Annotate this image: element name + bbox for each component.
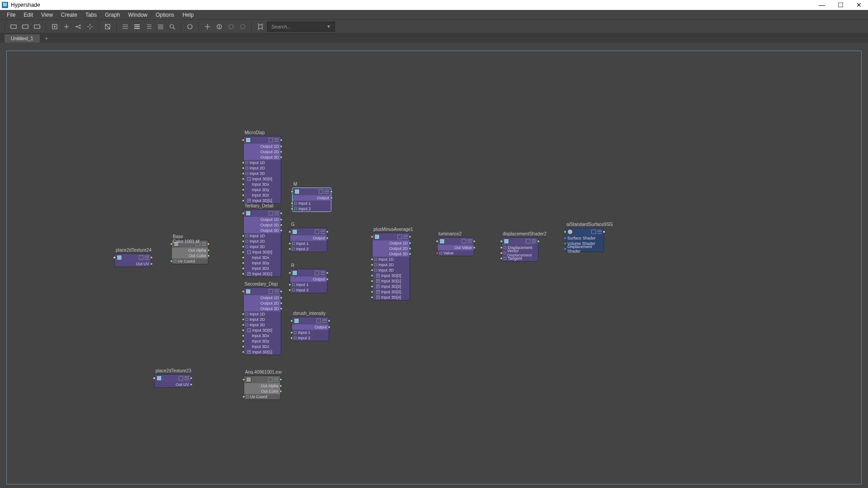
menu-view[interactable]: View — [37, 12, 57, 18]
port-output: Output — [317, 196, 329, 200]
port-tangent: Tangent — [508, 256, 522, 261]
node-m-multiply[interactable]: M Output Input 1 Input 2 — [292, 188, 331, 212]
file-swatch-icon — [246, 377, 251, 382]
port-out-color: Out Color — [189, 253, 206, 258]
tool-io-connections-icon[interactable] — [20, 22, 30, 32]
tool-output-connections-icon[interactable] — [32, 22, 42, 32]
tool-expand-icon[interactable] — [85, 22, 95, 32]
node-type-icon — [292, 229, 297, 235]
tab-untitled[interactable]: Untitled_1 — [5, 34, 40, 42]
tool-snap3-icon[interactable] — [238, 22, 248, 32]
tab-strip: Untitled_1 + — [0, 33, 868, 42]
menu-window[interactable]: Window — [124, 12, 152, 18]
toolbar: Search... ▼ — [0, 20, 868, 33]
menu-options[interactable]: Options — [151, 12, 178, 18]
svg-rect-12 — [259, 25, 262, 28]
menu-graph[interactable]: Graph — [101, 12, 124, 18]
close-icon[interactable]: ✕ — [856, 1, 862, 9]
node-tertiary-detail[interactable]: Tertiary_Detail Output 1D Output 2D Outp… — [243, 209, 281, 277]
tool-list2-icon[interactable] — [132, 22, 142, 32]
app-logo: M — [2, 2, 8, 8]
node-displacementshader2[interactable]: displacementShader2 Displacement Vector … — [501, 237, 538, 262]
tool-list1-icon[interactable] — [120, 22, 130, 32]
node-graph-canvas[interactable]: place2dTexture24 Out UV Base Color.1001.… — [6, 51, 862, 484]
node-title: Ana.40961001.exr — [245, 370, 282, 375]
node-title: plusMinusAverage1 — [373, 227, 413, 232]
node-title: Secondary_Disp — [245, 282, 278, 286]
node-type-icon — [245, 289, 251, 294]
node-place2dtexture23[interactable]: place2dTexture23 Out UV — [154, 374, 191, 388]
node-title: Tertiary_Detail — [245, 203, 274, 208]
tool-grid-icon[interactable] — [203, 22, 212, 32]
port-out1d: Output 1D — [260, 144, 279, 149]
node-g-multiply[interactable]: G Output Input 1 Input 2 — [290, 228, 327, 252]
port-displacement-shader: Displacement Shader — [567, 244, 602, 253]
menu-tabs[interactable]: Tabs — [81, 12, 101, 18]
port-out2d: Output 2D — [260, 150, 279, 154]
node-title: place2dTexture23 — [156, 368, 191, 373]
search-input[interactable]: Search... ▼ — [267, 22, 335, 32]
tool-clear-icon[interactable] — [103, 22, 113, 32]
node-r-multiply[interactable]: R Output Input 1 Input 2 — [290, 269, 327, 293]
tool-sync-icon[interactable] — [185, 22, 195, 32]
tool-frame-icon[interactable] — [255, 22, 265, 32]
node-zbrush-intensity[interactable]: zbrush_intensity Output Input 1 Input 2 — [292, 317, 329, 341]
menu-edit[interactable]: Edit — [19, 12, 37, 18]
node-title: luminance2 — [439, 231, 462, 236]
node-type-icon — [294, 318, 299, 324]
tool-rearrange-icon[interactable] — [73, 22, 83, 32]
node-base-color-file[interactable]: Base Color.1001.tif Out Alpha Out Color … — [171, 240, 208, 264]
node-luminance2[interactable]: luminance2 Out Value Value — [437, 237, 474, 256]
node-title: Base Color.1001.tif — [173, 234, 208, 244]
minimize-icon[interactable]: — — [819, 1, 825, 9]
chevron-down-icon: ▼ — [326, 24, 331, 29]
tool-list4-icon[interactable] — [156, 22, 165, 32]
node-type-icon — [156, 375, 162, 381]
window-titlebar: M Hypershade — ☐ ✕ — [0, 0, 868, 10]
tool-add-icon[interactable] — [50, 22, 60, 32]
node-type-icon — [374, 234, 380, 239]
port-value: Value — [443, 251, 453, 255]
port-out3d: Output 3D — [260, 155, 279, 160]
port-out-value: Out Value — [454, 245, 472, 250]
port-uv-coord: Uv Coord — [178, 259, 195, 263]
tool-zoom-icon[interactable] — [167, 22, 177, 32]
svg-rect-1 — [23, 25, 28, 28]
node-title: G — [291, 222, 295, 227]
node-plusminusaverage1[interactable]: plusMinusAverage1 Output 1D Output 2D Ou… — [372, 233, 410, 300]
node-place2dtexture24[interactable]: place2dTexture24 Out UV — [114, 253, 151, 267]
node-type-icon — [292, 270, 297, 276]
svg-point-10 — [229, 24, 233, 29]
svg-rect-0 — [11, 25, 16, 28]
menu-bar: File Edit View Create Tabs Graph Window … — [0, 10, 868, 20]
connection-wires — [7, 51, 142, 119]
svg-point-11 — [241, 24, 245, 29]
port-input2: Input 2 — [298, 206, 311, 211]
node-title: displacementShader2 — [503, 231, 547, 236]
tool-remove-icon[interactable] — [61, 22, 71, 32]
tool-snap2-icon[interactable] — [226, 22, 236, 32]
port-in3d1: Input 3D[1] — [252, 198, 272, 203]
tool-list3-icon[interactable] — [144, 22, 154, 32]
node-type-icon — [439, 239, 445, 244]
search-placeholder: Search... — [271, 24, 291, 29]
node-title: MicroDisp — [245, 130, 264, 135]
tool-input-connections-icon[interactable] — [9, 22, 19, 32]
node-type-icon — [294, 189, 300, 194]
svg-rect-2 — [34, 25, 40, 28]
node-type-icon — [245, 137, 251, 143]
tab-add-icon[interactable]: + — [42, 34, 52, 42]
node-ana-file[interactable]: Ana.40961001.exr Out Alpha Out Color Uv … — [244, 375, 281, 400]
port-surface-shader: Surface Shader — [567, 236, 596, 240]
menu-file[interactable]: File — [3, 12, 19, 18]
node-aistandardsurface9sg[interactable]: aiStandardSurface9SG Surface Shader Volu… — [565, 228, 604, 252]
menu-create[interactable]: Create — [57, 12, 81, 18]
port-input1: Input 1 — [298, 201, 311, 206]
maximize-icon[interactable]: ☐ — [838, 1, 844, 9]
tool-snap1-icon[interactable] — [214, 22, 224, 32]
node-secondary-disp[interactable]: Secondary_Disp Output 1D Output 2D Outpu… — [243, 287, 281, 355]
node-microdisp[interactable]: MicroDisp Output 1D Output 2D Output 3D … — [243, 136, 281, 204]
node-title: zbrush_intensity — [293, 311, 326, 316]
node-type-icon — [245, 211, 251, 216]
menu-help[interactable]: Help — [179, 12, 198, 18]
